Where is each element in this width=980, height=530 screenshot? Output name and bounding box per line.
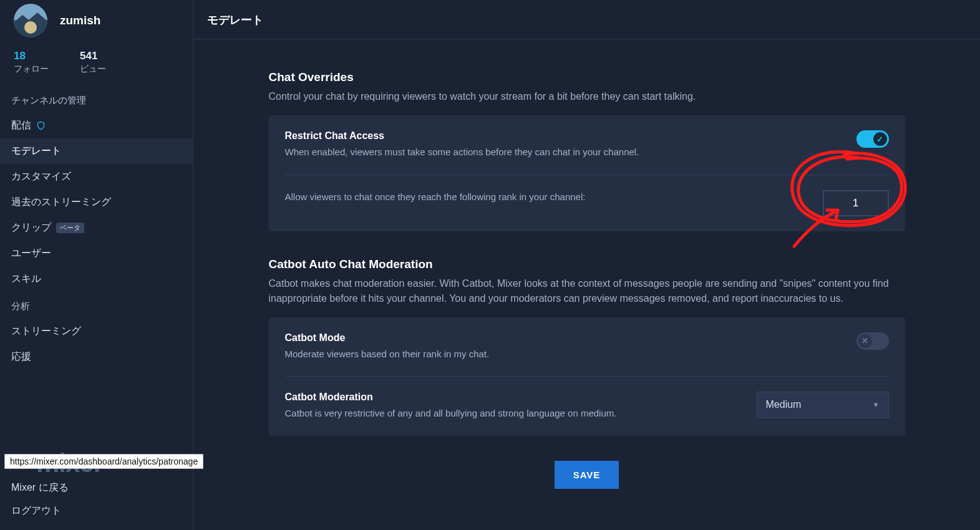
select-value: Medium bbox=[766, 399, 802, 410]
section-title: Catbot Auto Chat Moderation bbox=[269, 258, 905, 271]
section-desc: Catbot makes chat moderation easier. Wit… bbox=[269, 276, 905, 306]
row-catbot-mode: Catbot Mode Moderate viewers based on th… bbox=[269, 317, 905, 377]
sidebar-item-label: 過去のストリーミング bbox=[11, 196, 111, 209]
sidebar-item-vods[interactable]: 過去のストリーミング bbox=[0, 190, 193, 215]
profile-block: zumish bbox=[0, 0, 193, 50]
row-desc: Catbot is very restrictive of any and al… bbox=[285, 407, 742, 421]
nav-group-analytics: 分析 bbox=[0, 292, 193, 319]
nav-group-channel: チャンネルの管理 bbox=[0, 86, 193, 113]
card-chat-overrides: Restrict Chat Access When enabled, viewe… bbox=[269, 115, 905, 231]
stat-views[interactable]: 541 ビュー bbox=[80, 50, 106, 75]
username[interactable]: zumish bbox=[60, 14, 100, 27]
sidebar-item-logout[interactable]: ログアウト bbox=[11, 499, 193, 523]
x-icon: ✕ bbox=[858, 334, 872, 348]
chevron-down-icon: ▼ bbox=[873, 401, 880, 408]
page-header: モデレート bbox=[193, 0, 980, 39]
sidebar-item-label: カスタマイズ bbox=[11, 170, 71, 183]
sidebar-item-patronage[interactable]: 応援 bbox=[0, 344, 193, 370]
sidebar-item-back-to-mixer[interactable]: Mixer に戻る bbox=[11, 476, 193, 499]
avatar[interactable] bbox=[14, 4, 47, 37]
sidebar-item-label: ログアウト bbox=[11, 504, 61, 518]
row-title: Restrict Chat Access bbox=[285, 130, 842, 142]
sidebar-item-customize[interactable]: カスタマイズ bbox=[0, 164, 193, 190]
sidebar-item-streaming[interactable]: ストリーミング bbox=[0, 319, 193, 344]
row-desc: Moderate viewers based on their rank in … bbox=[285, 347, 842, 362]
stat-followers[interactable]: 18 フォロー bbox=[14, 50, 49, 75]
row-restrict-chat: Restrict Chat Access When enabled, viewe… bbox=[269, 115, 905, 175]
row-desc: Allow viewers to chat once they reach th… bbox=[285, 190, 808, 205]
save-button[interactable]: SAVE bbox=[555, 461, 619, 489]
sidebar-item-users[interactable]: ユーザー bbox=[0, 241, 193, 266]
user-stats: 18 フォロー 541 ビュー bbox=[0, 50, 193, 86]
card-catbot: Catbot Mode Moderate viewers based on th… bbox=[269, 317, 905, 436]
row-catbot-moderation: Catbot Moderation Catbot is very restric… bbox=[285, 376, 889, 436]
rank-input[interactable] bbox=[823, 190, 889, 216]
section-chat-overrides: Chat Overrides Control your chat by requ… bbox=[269, 70, 905, 231]
svg-point-3 bbox=[24, 21, 37, 34]
row-title: Catbot Moderation bbox=[285, 392, 742, 403]
row-title: Catbot Mode bbox=[285, 332, 842, 344]
section-desc: Control your chat by requiring viewers t… bbox=[269, 89, 905, 104]
check-icon: ✓ bbox=[873, 132, 887, 146]
main-content: モデレート Chat Overrides Control your chat b… bbox=[193, 0, 980, 530]
sidebar-item-broadcast[interactable]: 配信 bbox=[0, 113, 193, 138]
sidebar-item-skills[interactable]: スキル bbox=[0, 266, 193, 292]
sidebar-item-label: 応援 bbox=[11, 350, 31, 364]
sidebar-item-label: クリップ bbox=[11, 221, 51, 234]
sidebar-item-label: ストリーミング bbox=[11, 325, 81, 338]
sidebar-item-label: モデレート bbox=[11, 145, 61, 158]
shield-icon bbox=[36, 121, 46, 130]
sidebar-item-label: ユーザー bbox=[11, 247, 51, 260]
status-url-tooltip: https://mixer.com/dashboard/analytics/pa… bbox=[4, 454, 203, 469]
sidebar-item-label: Mixer に戻る bbox=[11, 481, 69, 494]
toggle-restrict-chat[interactable]: ✓ bbox=[856, 130, 889, 148]
select-catbot-moderation[interactable]: Medium ▼ bbox=[757, 392, 889, 418]
sidebar-item-clips[interactable]: クリップ ベータ bbox=[0, 215, 193, 241]
section-catbot: Catbot Auto Chat Moderation Catbot makes… bbox=[269, 258, 905, 436]
sidebar-item-moderate[interactable]: モデレート bbox=[0, 138, 193, 164]
row-rank-threshold: Allow viewers to chat once they reach th… bbox=[285, 175, 889, 231]
beta-badge: ベータ bbox=[56, 223, 84, 233]
sidebar: zumish 18 フォロー 541 ビュー チャンネルの管理 配信 モデレート… bbox=[0, 0, 193, 530]
sidebar-item-label: スキル bbox=[11, 272, 41, 286]
section-title: Chat Overrides bbox=[269, 70, 905, 84]
sidebar-item-label: 配信 bbox=[11, 119, 31, 132]
row-desc: When enabled, viewers must take some act… bbox=[285, 145, 842, 160]
toggle-catbot-mode[interactable]: ✕ bbox=[856, 332, 889, 350]
page-title: モデレート bbox=[207, 12, 968, 27]
